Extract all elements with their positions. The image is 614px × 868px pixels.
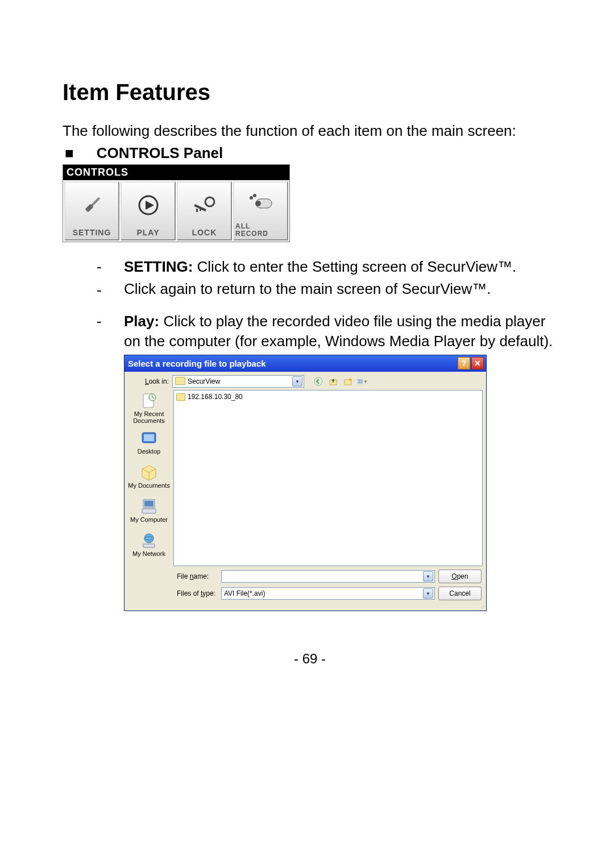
svg-point-10 (250, 196, 253, 200)
up-folder-icon[interactable] (328, 376, 338, 387)
bullet-square: ■ (65, 144, 74, 162)
svg-rect-6 (196, 209, 198, 212)
desktop-icon (139, 429, 159, 448)
chevron-down-icon[interactable]: ▼ (423, 588, 433, 599)
description-list: SETTING: Click to enter the Setting scre… (63, 257, 557, 351)
svg-point-12 (314, 377, 322, 385)
svg-marker-3 (146, 201, 154, 210)
lock-button[interactable]: LOCK (177, 181, 232, 240)
folder-icon (175, 377, 185, 387)
dialog-toolbar: Look Look in:in: SecurView ▼ (125, 372, 486, 390)
svg-rect-18 (359, 380, 360, 381)
play-button[interactable]: PLAY (121, 181, 176, 240)
dialog-titlebar: Select a recording file to playback ? ✕ (125, 355, 486, 372)
folder-icon (176, 393, 185, 401)
section-title: CONTROLS Panel (97, 144, 223, 162)
my-network-icon (139, 531, 159, 550)
filename-label: File name:File name: (177, 572, 218, 580)
play-icon (122, 182, 175, 228)
svg-rect-27 (144, 501, 154, 506)
play-label: PLAY (136, 228, 159, 239)
views-icon[interactable]: ▼ (358, 376, 368, 387)
place-mydocs[interactable]: My Documents (126, 459, 172, 492)
place-recent[interactable]: My Recent Documents (126, 391, 172, 424)
places-bar: My Recent Documents Desktop My Documents (125, 390, 173, 566)
setting-return: Click again to return to the main screen… (97, 279, 557, 299)
my-documents-icon (139, 463, 159, 482)
file-item-label: 192.168.10.30_80 (188, 393, 243, 401)
setting-button[interactable]: SETTING (64, 181, 119, 240)
filename-input[interactable]: ▼ (221, 570, 435, 583)
svg-rect-19 (360, 380, 362, 381)
key-icon (178, 182, 231, 228)
close-button[interactable]: ✕ (471, 357, 484, 369)
setting-desc: SETTING: Click to enter the Setting scre… (97, 257, 557, 277)
look-in-label: Look Look in:in: (129, 377, 169, 385)
open-button[interactable]: OpenOpen (438, 570, 482, 583)
svg-point-29 (144, 534, 154, 543)
screwdriver-icon (65, 182, 118, 228)
svg-rect-7 (200, 207, 201, 211)
controls-panel-header: CONTROLS (63, 165, 289, 180)
svg-rect-0 (91, 197, 100, 206)
help-button[interactable]: ? (458, 357, 470, 369)
file-list[interactable]: 192.168.10.30_80 (173, 390, 483, 566)
place-mynet[interactable]: My Network (126, 528, 172, 560)
all-record-button[interactable]: ALL RECORD (233, 181, 288, 240)
page-number: - 69 - (63, 651, 557, 667)
chevron-down-icon[interactable]: ▼ (292, 376, 302, 387)
look-in-combo[interactable]: SecurView ▼ (172, 375, 304, 388)
chevron-down-icon[interactable]: ▼ (423, 571, 433, 582)
all-record-label: ALL RECORD (233, 223, 288, 239)
back-icon[interactable] (313, 376, 323, 387)
svg-point-11 (253, 194, 256, 197)
place-desktop[interactable]: Desktop (126, 425, 172, 458)
new-folder-icon[interactable] (343, 376, 353, 387)
my-computer-icon (139, 497, 159, 516)
section-row: ■ CONTROLS Panel (63, 144, 557, 162)
page-heading: Item Features (63, 80, 557, 105)
file-item[interactable]: 192.168.10.30_80 (176, 393, 480, 401)
setting-label: SETTING (73, 228, 111, 239)
look-in-value: SecurView (188, 377, 220, 385)
recent-docs-icon (139, 391, 159, 410)
camera-icon (234, 182, 287, 223)
resize-grip-icon[interactable]: ⋰ (125, 605, 486, 610)
svg-rect-28 (142, 509, 156, 513)
svg-rect-25 (144, 434, 154, 441)
filetype-combo[interactable]: AVI File(*.avi) ▼ (221, 587, 435, 600)
svg-rect-21 (360, 382, 362, 383)
file-open-dialog: Select a recording file to playback ? ✕ … (124, 355, 487, 611)
dialog-title: Select a recording file to playback (128, 359, 266, 368)
svg-point-9 (255, 201, 261, 206)
svg-rect-20 (359, 382, 360, 383)
svg-rect-31 (143, 544, 155, 547)
cancel-button[interactable]: Cancel (438, 587, 482, 600)
svg-point-4 (205, 197, 214, 206)
lock-label: LOCK (192, 228, 217, 239)
play-desc: Play: Click to play the recorded video f… (97, 312, 557, 351)
intro-text: The following describes the function of … (63, 121, 557, 141)
filetype-label: Files of type:Files of type: (177, 589, 218, 597)
controls-panel: CONTROLS SETTING (63, 164, 290, 242)
place-mycomp[interactable]: My Computer (126, 493, 172, 526)
